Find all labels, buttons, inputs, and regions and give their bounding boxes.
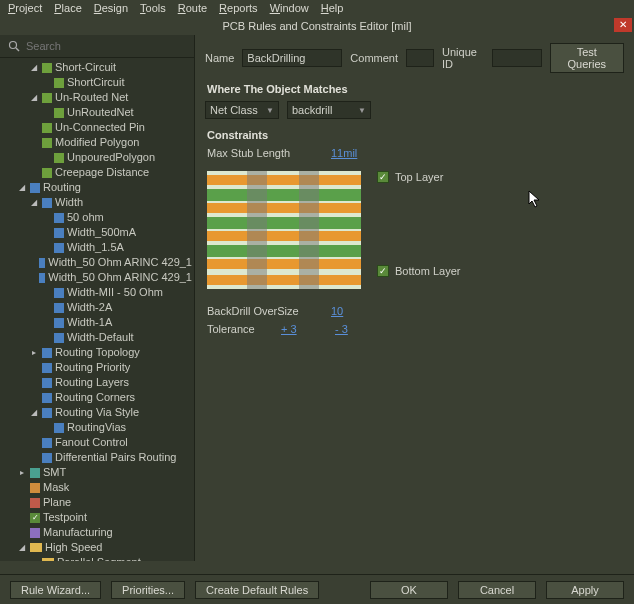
tree-item[interactable]: Width-MII - 50 Ohm bbox=[0, 285, 194, 300]
tree-item[interactable]: ◢Un-Routed Net bbox=[0, 90, 194, 105]
tree-item[interactable]: 50 ohm bbox=[0, 210, 194, 225]
tree-spacer bbox=[29, 258, 36, 268]
tree-item[interactable]: UnpouredPolygon bbox=[0, 150, 194, 165]
apply-button[interactable]: Apply bbox=[546, 581, 624, 599]
tree-item[interactable]: Routing Layers bbox=[0, 375, 194, 390]
tree-item-label: UnpouredPolygon bbox=[67, 150, 155, 165]
tree-node-icon bbox=[54, 303, 64, 313]
tree-item[interactable]: Modified Polygon bbox=[0, 135, 194, 150]
expand-icon[interactable]: ▸ bbox=[17, 468, 27, 478]
tree-node-icon bbox=[54, 213, 64, 223]
cancel-button[interactable]: Cancel bbox=[458, 581, 536, 599]
tree-node-icon bbox=[30, 543, 42, 552]
tree-item[interactable]: ◢Routing bbox=[0, 180, 194, 195]
uniqueid-input[interactable] bbox=[492, 49, 542, 67]
tree-item[interactable]: Un-Connected Pin bbox=[0, 120, 194, 135]
comment-label: Comment bbox=[350, 52, 398, 64]
test-queries-button[interactable]: Test Queries bbox=[550, 43, 624, 73]
menu-tools[interactable]: Tools bbox=[140, 2, 166, 14]
tree-item[interactable]: Mask bbox=[0, 480, 194, 495]
tree-item[interactable]: Creepage Distance bbox=[0, 165, 194, 180]
tree-node-icon bbox=[42, 378, 52, 388]
max-stub-value[interactable]: 11mil bbox=[331, 147, 357, 159]
tree-item[interactable]: Width_50 Ohm ARINC 429_1 bbox=[0, 255, 194, 270]
tree-spacer bbox=[17, 513, 27, 523]
bottom-layer-checkbox[interactable]: ✓ bbox=[377, 265, 389, 277]
tree-item[interactable]: Width-Default bbox=[0, 330, 194, 345]
collapse-icon[interactable]: ◢ bbox=[29, 63, 39, 73]
tree-item[interactable]: ✓Testpoint bbox=[0, 510, 194, 525]
tolerance-minus[interactable]: - 3 bbox=[335, 323, 348, 335]
tree-item[interactable]: ◢High Speed bbox=[0, 540, 194, 555]
tree-item[interactable]: Width_500mA bbox=[0, 225, 194, 240]
bottom-layer-label: Bottom Layer bbox=[395, 265, 460, 277]
search-input[interactable] bbox=[26, 40, 186, 52]
tree-node-icon bbox=[54, 243, 64, 253]
priorities-button[interactable]: Priorities... bbox=[111, 581, 185, 599]
ok-button[interactable]: OK bbox=[370, 581, 448, 599]
svg-line-1 bbox=[16, 48, 19, 51]
menu-design[interactable]: Design bbox=[94, 2, 128, 14]
tree-item[interactable]: ◢Short-Circuit bbox=[0, 60, 194, 75]
tree-item[interactable]: Differential Pairs Routing bbox=[0, 450, 194, 465]
tree-item[interactable]: ShortCircuit bbox=[0, 75, 194, 90]
oversize-value[interactable]: 10 bbox=[331, 305, 343, 317]
tree-item[interactable]: Routing Priority bbox=[0, 360, 194, 375]
tree-node-icon bbox=[42, 408, 52, 418]
create-default-rules-button[interactable]: Create Default Rules bbox=[195, 581, 319, 599]
tree-item[interactable]: Width-1A bbox=[0, 315, 194, 330]
collapse-icon[interactable]: ◢ bbox=[29, 198, 39, 208]
rules-tree[interactable]: ◢Short-CircuitShortCircuit◢Un-Routed Net… bbox=[0, 58, 194, 561]
collapse-icon[interactable]: ◢ bbox=[17, 543, 27, 553]
tree-item-label: Routing Topology bbox=[55, 345, 140, 360]
tree-spacer bbox=[41, 108, 51, 118]
menu-reports[interactable]: Reports bbox=[219, 2, 258, 14]
tree-item[interactable]: Plane bbox=[0, 495, 194, 510]
collapse-icon[interactable]: ◢ bbox=[29, 93, 39, 103]
tree-item[interactable]: ◢Width bbox=[0, 195, 194, 210]
tree-spacer bbox=[29, 123, 39, 133]
tree-item[interactable]: ◢Routing Via Style bbox=[0, 405, 194, 420]
menu-place[interactable]: Place bbox=[54, 2, 82, 14]
menu-help[interactable]: Help bbox=[321, 2, 344, 14]
name-input[interactable] bbox=[242, 49, 342, 67]
max-stub-label: Max Stub Length bbox=[207, 147, 317, 159]
collapse-icon[interactable]: ◢ bbox=[29, 408, 39, 418]
tree-item[interactable]: Width_1.5A bbox=[0, 240, 194, 255]
tree-item[interactable]: Fanout Control bbox=[0, 435, 194, 450]
tree-item[interactable]: Routing Corners bbox=[0, 390, 194, 405]
tree-item[interactable]: ▸SMT bbox=[0, 465, 194, 480]
tree-item-label: Creepage Distance bbox=[55, 165, 149, 180]
tree-spacer bbox=[29, 168, 39, 178]
expand-icon[interactable]: ▸ bbox=[29, 348, 39, 358]
layer-stack-preview bbox=[207, 171, 361, 289]
comment-input[interactable] bbox=[406, 49, 434, 67]
match-target-dropdown[interactable]: backdrill ▼ bbox=[287, 101, 371, 119]
close-button[interactable]: ✕ bbox=[614, 18, 632, 32]
tree-item-label: Modified Polygon bbox=[55, 135, 139, 150]
top-layer-checkbox[interactable]: ✓ bbox=[377, 171, 389, 183]
tree-item[interactable]: Manufacturing bbox=[0, 525, 194, 540]
tree-item[interactable]: Width-2A bbox=[0, 300, 194, 315]
tree-item-label: Fanout Control bbox=[55, 435, 128, 450]
tree-node-icon: ✓ bbox=[30, 513, 40, 523]
tree-item[interactable]: Parallel Segment bbox=[0, 555, 194, 561]
tolerance-plus[interactable]: + 3 bbox=[281, 323, 321, 335]
match-kind-dropdown[interactable]: Net Class ▼ bbox=[205, 101, 279, 119]
tree-item-label: Parallel Segment bbox=[57, 555, 141, 561]
tolerance-label: Tolerance bbox=[207, 323, 267, 335]
tree-item[interactable]: Width_50 Ohm ARINC 429_1 bbox=[0, 270, 194, 285]
chevron-down-icon: ▼ bbox=[266, 106, 274, 115]
menu-project[interactable]: Project bbox=[8, 2, 42, 14]
menu-window[interactable]: Window bbox=[270, 2, 309, 14]
tree-node-icon bbox=[42, 63, 52, 73]
tree-item[interactable]: UnRoutedNet bbox=[0, 105, 194, 120]
dialog-footer: Rule Wizard... Priorities... Create Defa… bbox=[0, 574, 634, 604]
tree-spacer bbox=[17, 483, 27, 493]
collapse-icon[interactable]: ◢ bbox=[17, 183, 27, 193]
tree-item[interactable]: ▸Routing Topology bbox=[0, 345, 194, 360]
tree-item[interactable]: RoutingVias bbox=[0, 420, 194, 435]
menu-route[interactable]: Route bbox=[178, 2, 207, 14]
tree-spacer bbox=[41, 318, 51, 328]
rule-wizard-button[interactable]: Rule Wizard... bbox=[10, 581, 101, 599]
